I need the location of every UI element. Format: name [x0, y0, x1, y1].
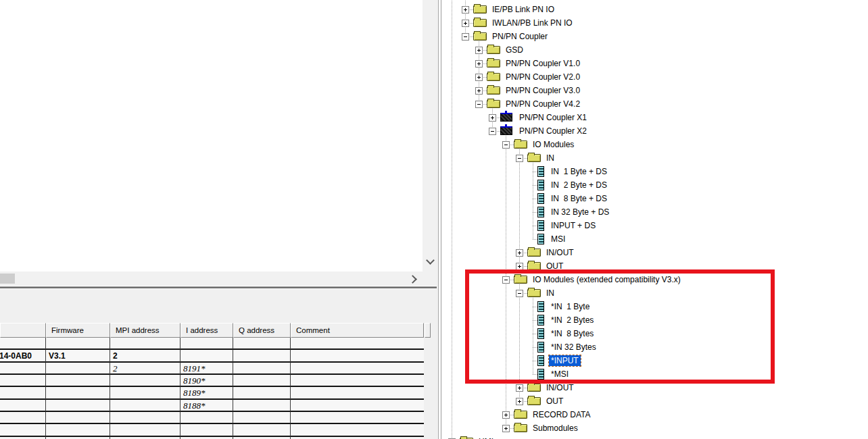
tree-item-label[interactable]: MSI [549, 234, 567, 244]
collapse-icon[interactable] [462, 33, 469, 41]
table-cell[interactable] [0, 412, 46, 424]
scroll-right-icon[interactable] [408, 275, 417, 284]
collapse-icon[interactable] [502, 141, 510, 149]
tree-item-label[interactable]: *MSI [549, 369, 571, 380]
table-cell[interactable] [46, 424, 110, 436]
horizontal-scrollbar-thumb[interactable] [0, 274, 15, 284]
table-cell[interactable] [291, 338, 424, 350]
expand-icon[interactable] [475, 74, 483, 81]
tree-item-label-selected[interactable]: *INPUT [549, 355, 581, 366]
tree-item-label[interactable]: IN/OUT [544, 247, 576, 258]
table-cell[interactable] [180, 350, 233, 362]
tree-item-label[interactable]: *IN 1 Byte [549, 301, 592, 312]
tree-item-label[interactable] [490, 0, 494, 1]
expand-icon[interactable] [475, 87, 483, 95]
tree-item-label[interactable]: IN [544, 153, 556, 163]
table-cell[interactable] [233, 387, 291, 399]
table-cell[interactable] [0, 424, 46, 436]
table-cell[interactable] [46, 412, 110, 424]
table-cell[interactable]: 14-0AB0 [0, 350, 46, 362]
tree-item-label[interactable]: IN 2 Byte + DS [549, 180, 609, 190]
column-header[interactable] [0, 323, 46, 338]
expand-icon[interactable] [516, 249, 523, 257]
tree-item-label[interactable]: PN/PN Coupler V1.0 [504, 58, 582, 69]
tree-item-label[interactable]: IN 32 Byte + DS [549, 207, 611, 217]
table-cell[interactable] [233, 363, 291, 375]
table-cell[interactable] [110, 412, 180, 424]
table-cell[interactable] [46, 338, 110, 350]
expand-icon[interactable] [462, 20, 469, 27]
expand-icon[interactable] [516, 384, 523, 392]
table-cell[interactable] [233, 375, 291, 387]
table-cell[interactable]: 2 [110, 350, 180, 362]
expand-icon[interactable] [489, 114, 496, 122]
collapse-icon[interactable] [516, 290, 523, 297]
tree-item-label[interactable]: IN 8 Byte + DS [549, 193, 609, 204]
collapse-icon[interactable] [502, 276, 510, 284]
table-cell[interactable] [233, 350, 291, 362]
window-splitter-vertical[interactable] [437, 0, 445, 439]
column-header[interactable]: Q address [233, 323, 291, 338]
expand-icon[interactable] [502, 411, 510, 419]
table-cell[interactable] [233, 424, 291, 436]
table-cell[interactable]: 8189* [180, 387, 233, 399]
table-cell[interactable] [233, 412, 291, 424]
tree-item-label[interactable]: IO Modules (extended compatibility V3.x) [531, 274, 683, 285]
table-cell[interactable]: 8190* [180, 375, 233, 387]
table-cell[interactable] [291, 350, 424, 362]
tree-item-label[interactable]: IO Modules [531, 139, 576, 150]
collapse-icon[interactable] [489, 128, 496, 135]
scroll-down-icon[interactable] [426, 256, 435, 265]
tree-item-label[interactable]: PN/PN Coupler [490, 31, 550, 42]
table-cell[interactable] [46, 375, 110, 387]
tree-item-label[interactable]: HMI [477, 436, 496, 439]
table-cell[interactable] [291, 387, 424, 399]
expand-icon[interactable] [502, 425, 510, 432]
collapse-icon[interactable] [516, 155, 523, 162]
column-header[interactable]: Comment [291, 323, 424, 338]
collapse-icon[interactable] [475, 101, 483, 108]
tree-item-label[interactable]: IE/PB Link PN IO [490, 4, 556, 15]
table-cell[interactable] [0, 400, 46, 412]
table-cell[interactable] [0, 387, 46, 399]
table-cell[interactable] [291, 363, 424, 375]
table-cell[interactable] [291, 412, 424, 424]
tree-item-label[interactable]: *IN 8 Bytes [549, 328, 596, 339]
table-cell[interactable] [46, 387, 110, 399]
table-cell[interactable] [180, 412, 233, 424]
table-cell[interactable]: 8188* [180, 400, 233, 412]
table-cell[interactable] [233, 400, 291, 412]
expand-icon[interactable] [462, 6, 469, 14]
table-cell[interactable] [110, 424, 180, 436]
expand-icon[interactable] [516, 398, 523, 405]
expand-icon[interactable] [475, 60, 483, 68]
tree-item-label[interactable]: RECORD DATA [531, 409, 593, 420]
horizontal-scrollbar[interactable] [0, 272, 438, 286]
table-cell[interactable] [46, 363, 110, 375]
tree-item-label[interactable]: OUT [544, 396, 565, 407]
table-cell[interactable] [0, 338, 46, 350]
table-cell[interactable] [46, 400, 110, 412]
tree-item-label[interactable]: GSD [504, 45, 525, 55]
tree-item-label[interactable]: IN/OUT [544, 382, 576, 393]
tree-item-label[interactable]: *IN 32 Bytes [549, 342, 598, 353]
expand-icon[interactable] [516, 263, 523, 270]
expand-icon[interactable] [475, 47, 483, 54]
vertical-scrollbar[interactable] [423, 0, 438, 272]
tree-item-label[interactable]: *IN 2 Bytes [549, 315, 596, 326]
tree-item-label[interactable]: PN/PN Coupler X1 [517, 112, 589, 123]
table-cell[interactable] [110, 338, 180, 350]
table-cell[interactable]: 2 [110, 363, 180, 375]
table-cell[interactable] [110, 375, 180, 387]
table-cell[interactable] [0, 375, 46, 387]
column-header[interactable]: MPI address [110, 323, 180, 338]
table-cell[interactable] [291, 375, 424, 387]
table-cell[interactable]: 8191* [180, 363, 233, 375]
tree-item-label[interactable]: PN/PN Coupler X2 [517, 126, 589, 136]
tree-item-label[interactable]: IWLAN/PB Link PN IO [490, 18, 575, 28]
table-cell[interactable] [291, 424, 424, 436]
tree-item-label[interactable]: Submodules [531, 423, 580, 434]
table-cell[interactable] [233, 338, 291, 350]
table-cell[interactable] [110, 387, 180, 399]
column-header[interactable]: I address [180, 323, 233, 338]
